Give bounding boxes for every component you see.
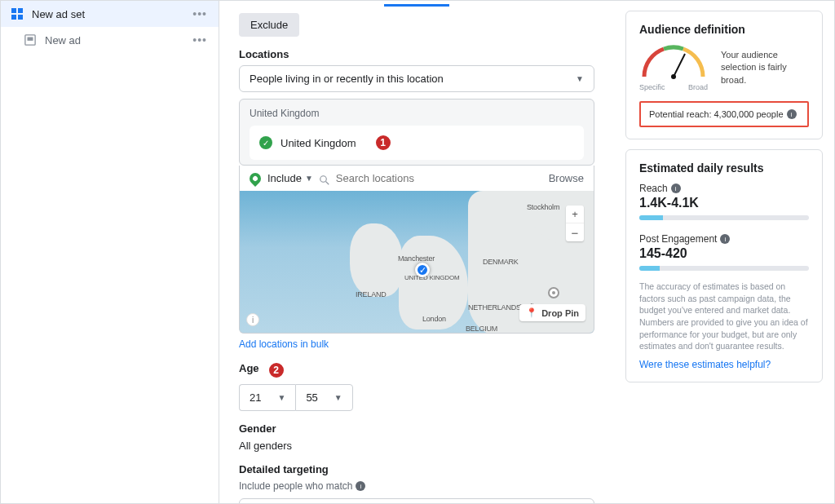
map-label-manchester: Manchester [398,254,435,263]
map-label-ireland: IRELAND [356,290,387,298]
estimates-disclaimer: The accuracy of estimates is based on fa… [639,281,809,352]
detailed-targeting-heading: Detailed targeting [239,463,594,475]
svg-rect-0 [11,8,16,13]
right-panel: Audience definition Specific [614,1,834,503]
drop-pin-button[interactable]: 📍 Drop Pin [519,304,585,321]
reach-label-text: Reach [639,183,668,194]
include-toggle[interactable]: Include ▼ [267,172,313,184]
gauge-broad-label: Broad [688,83,708,91]
map-label-netherlands: NETHERLANDS [468,303,521,312]
annotation-2: 2 [267,361,285,379]
browse-button[interactable]: Browse [549,172,584,184]
svg-rect-3 [18,15,23,20]
location-chip-label: United Kingdom [281,137,356,149]
drop-pin-label: Drop Pin [541,308,579,318]
engagement-bar [639,266,809,271]
estimated-results-card: Estimated daily results Reach i 1.4K-4.1… [625,149,823,382]
reach-label: Reach i [639,183,809,194]
info-icon[interactable]: i [787,109,797,119]
add-locations-bulk-link[interactable]: Add locations in bulk [239,338,329,350]
location-group-heading: United Kingdom [250,108,584,119]
location-search-input[interactable] [320,172,473,184]
engagement-value: 145-420 [639,246,809,261]
reach-value: 1.4K-4.1K [639,196,809,210]
age-heading: Age [239,362,259,374]
annotation-1: 1 [374,134,392,152]
engagement-label: Post Engagement i [639,233,809,245]
dt-sub-text: Include people who match [239,480,352,492]
map-label-belgium: BELGIUM [466,325,497,333]
exclude-button[interactable]: Exclude [239,13,299,37]
sidebar-adset-label: New ad set [32,8,85,20]
main-panel: Exclude Locations People living in or re… [219,1,614,503]
engagement-label-text: Post Engagement [639,233,717,245]
chevron-down-icon: ▼ [277,393,285,402]
info-icon[interactable]: i [356,481,365,491]
audience-definition-title: Audience definition [639,23,809,36]
check-circle-icon: ✓ [259,136,272,149]
svg-line-8 [674,54,685,77]
audience-description: Your audience selection is fairly broad. [721,49,809,86]
sidebar-ad-label: New ad [45,34,81,46]
reach-bar [639,215,809,220]
svg-point-9 [671,74,676,79]
audience-gauge [639,44,708,83]
sidebar-item-adset[interactable]: New ad set ••• [1,1,219,27]
age-max-value: 55 [306,391,317,404]
location-chip-uk[interactable]: ✓ United Kingdom 1 [250,126,584,160]
location-map[interactable]: UNITED KINGDOM IRELAND London Manchester… [239,191,594,334]
chevron-down-icon: ▼ [576,74,584,83]
more-icon[interactable]: ••• [192,33,207,46]
svg-rect-5 [28,38,33,41]
detailed-targeting-sublabel: Include people who match i [239,480,594,492]
estimated-results-title: Estimated daily results [639,161,809,175]
age-max-select[interactable]: 55 ▼ [295,384,352,411]
chevron-down-icon: ▼ [305,174,313,183]
zoom-out-button[interactable]: − [566,223,584,241]
info-icon[interactable]: i [671,183,681,193]
gender-heading: Gender [239,422,594,435]
ad-icon [24,33,37,46]
map-label-london: London [422,315,446,323]
location-type-value: People living in or recently in this loc… [250,73,444,85]
left-sidebar: New ad set ••• New ad ••• [1,1,219,503]
chevron-down-icon: ▼ [334,393,342,402]
location-selection-box: United Kingdom ✓ United Kingdom 1 [239,99,594,166]
svg-rect-2 [11,15,16,20]
location-type-dropdown[interactable]: People living in or recently in this loc… [239,65,594,92]
map-label-denmark: DENMARK [483,258,519,266]
audience-definition-card: Audience definition Specific [625,11,823,139]
sidebar-item-ad[interactable]: New ad ••• [1,27,219,53]
estimates-helpful-link[interactable]: Were these estimates helpful? [639,359,771,370]
detailed-targeting-card: Interests > Additional interests Star Wa… [239,498,594,503]
svg-rect-1 [18,8,23,13]
age-min-value: 21 [250,391,261,404]
grid-icon [11,7,24,20]
info-icon[interactable]: i [720,234,730,244]
active-tab-indicator [384,4,449,7]
locate-icon[interactable] [548,287,559,298]
map-selected-pin[interactable]: ✓ [415,263,430,277]
app-frame: New ad set ••• New ad ••• Exclude Locati… [0,0,835,504]
map-label-uk: UNITED KINGDOM [404,274,459,281]
location-search-row: Include ▼ Browse [239,166,594,191]
potential-reach-text: Potential reach: 4,300,000 people [649,109,784,119]
gauge-specific-label: Specific [639,83,665,91]
age-min-select[interactable]: 21 ▼ [239,384,295,411]
map-zoom-controls: + − [566,206,584,241]
zoom-in-button[interactable]: + [566,206,584,223]
map-label-stockholm: Stockholm [527,203,559,211]
include-label: Include [267,172,302,184]
locations-heading: Locations [239,48,594,60]
potential-reach-box: Potential reach: 4,300,000 people i [639,101,809,127]
more-icon[interactable]: ••• [192,7,207,20]
pin-icon [247,170,263,187]
map-landmass [350,223,403,297]
age-range-selector: 21 ▼ 55 ▼ [239,384,594,411]
map-info-icon[interactable]: i [246,313,259,326]
gender-value: All genders [239,440,594,452]
